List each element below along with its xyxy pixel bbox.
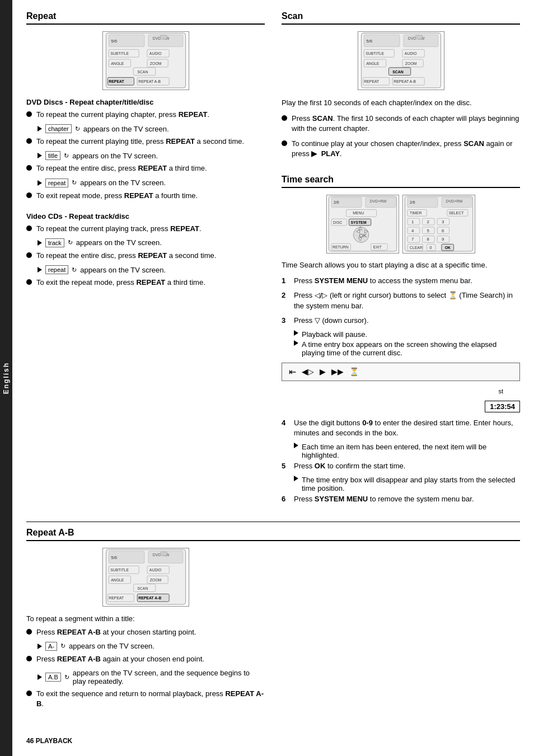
svg-text:▽: ▽ <box>358 236 362 242</box>
chapter-icon-box: chapter <box>45 124 72 133</box>
svg-text:TIMER: TIMER <box>410 211 421 215</box>
refresh-icon: ↻ <box>64 152 69 159</box>
icon-arrow-row: chapter ↻ appears on the TV screen. <box>38 124 265 133</box>
time-search-remotes: 2/6 DVD+RW MENU DISC SYSTEM <box>282 195 520 253</box>
repeat-ab-title: Repeat A-B <box>26 528 520 541</box>
repeat-ab-content: 5/6 DVD+RW SUBTITLE AUDIO ANGLE ZOOM <box>26 548 520 714</box>
refresh-icon: ↻ <box>60 642 65 650</box>
repeat-title: Repeat <box>26 11 265 25</box>
vcd-repeat-subsection: Video CDs - Repeat track/disc To repeat … <box>26 212 265 288</box>
title-icon-box: title <box>45 151 60 160</box>
svg-text:SCAN: SCAN <box>392 70 403 74</box>
step-1: 1 Press SYSTEM MENU to access the system… <box>282 276 520 286</box>
repeat2-icon-box: repeat <box>45 265 68 274</box>
clock-search-icon: ⏳ <box>349 367 359 376</box>
dvd-repeat-subsection: DVD Discs - Repeat chapter/title/disc To… <box>26 98 265 201</box>
svg-text:AUDIO: AUDIO <box>149 568 161 572</box>
time-search-remote-left: 2/6 DVD+RW MENU DISC SYSTEM <box>326 195 399 253</box>
svg-text:DVD+RW: DVD+RW <box>370 199 387 203</box>
repeat-remote-svg: 5/6 DVD+RW SUBTITLE AUDIO ANGLE <box>102 31 189 90</box>
svg-text:9: 9 <box>442 237 444 242</box>
repeat-section: Repeat 5/6 DVD+RW <box>26 11 265 509</box>
svg-text:RETURN: RETURN <box>332 245 349 249</box>
frame-back-icon: ◀▷ <box>302 367 314 376</box>
item-text: To continue play at your chosen chapter/… <box>292 139 520 159</box>
play-icon: ▶ <box>320 367 326 376</box>
step5-sub1: The time entry box will disappear and pl… <box>294 476 520 492</box>
step3-sub1: Playback will pause. <box>294 330 520 339</box>
icon-arrow-row: repeat ↻ appears on the TV screen. <box>38 179 265 187</box>
step-3: 3 Press ▽ (down cursor). <box>282 316 520 326</box>
fast-forward-icon: ▶▶ <box>331 367 344 376</box>
bullet-icon <box>26 252 32 258</box>
bullet-icon <box>26 656 32 661</box>
svg-text:REPEAT: REPEAT <box>109 596 124 600</box>
time-entry-box: 1:23:54 <box>485 401 520 412</box>
time-search-steps: 1 Press SYSTEM MENU to access the system… <box>282 276 520 357</box>
svg-text:SCAN: SCAN <box>137 586 148 590</box>
step-2: 2 Press ◁/▷ (left or right cursor) butto… <box>282 290 520 311</box>
svg-text:3: 3 <box>442 219 444 224</box>
svg-text:REPEAT A-B: REPEAT A-B <box>394 79 416 83</box>
arrow-right-icon <box>38 674 42 680</box>
svg-text:SUBTITLE: SUBTITLE <box>110 568 129 572</box>
svg-text:AUDIO: AUDIO <box>149 51 161 55</box>
item-text: To repeat the current playing chapter, p… <box>36 110 209 120</box>
icon-arrow-row: A- ↻ appears on the TV screen. <box>38 642 265 651</box>
svg-text:ZOOM: ZOOM <box>405 62 416 65</box>
svg-text:SELECT: SELECT <box>449 211 464 215</box>
svg-text:8: 8 <box>427 237 429 242</box>
st-label: st <box>498 388 503 395</box>
svg-text:SUBTITLE: SUBTITLE <box>366 51 384 55</box>
svg-rect-25 <box>415 35 422 39</box>
refresh-icon: ↻ <box>68 239 73 246</box>
step-4: 4 Use the digit buttons 0-9 to enter the… <box>282 418 520 438</box>
bullet-icon <box>26 165 32 171</box>
arrow-right-icon <box>38 267 42 273</box>
svg-text:ANGLE: ANGLE <box>366 62 380 65</box>
svg-text:▷: ▷ <box>364 228 368 234</box>
refresh-icon: ↻ <box>75 125 80 133</box>
list-item: Press REPEAT A-B again at your chosen en… <box>26 654 265 664</box>
svg-text:0: 0 <box>429 245 432 250</box>
svg-text:5/6: 5/6 <box>111 555 118 560</box>
step4-sub1: Each time an item has been entered, the … <box>294 443 520 459</box>
repeat-remote-container: 5/6 DVD+RW SUBTITLE AUDIO ANGLE <box>26 31 265 90</box>
time-entry-row: 1:23:54 <box>282 401 520 412</box>
svg-text:REPEAT A-B: REPEAT A-B <box>138 596 161 600</box>
step-6: 6 Press SYSTEM MENU to remove the system… <box>282 494 520 504</box>
svg-text:7: 7 <box>411 237 414 242</box>
bullet-icon <box>26 629 32 635</box>
arrow-right-icon <box>38 153 42 158</box>
refresh-icon: ↻ <box>72 179 77 186</box>
side-tab-label: English <box>2 362 10 394</box>
dvd-repeat-list: To repeat the current playing chapter, p… <box>26 110 265 201</box>
ab-icon-box: A.B <box>45 673 61 682</box>
repeat-ab-remote-container: 5/6 DVD+RW SUBTITLE AUDIO ANGLE ZOOM <box>26 548 265 607</box>
list-item: To continue play at your chosen chapter/… <box>282 139 520 159</box>
bullet-icon <box>26 138 32 144</box>
svg-text:6: 6 <box>442 228 444 233</box>
svg-rect-5 <box>160 35 167 39</box>
main-content: Repeat 5/6 DVD+RW <box>12 0 534 756</box>
bullet-icon <box>26 226 32 231</box>
dvd-repeat-subtitle: DVD Discs - Repeat chapter/title/disc <box>26 98 265 106</box>
item-text: To exit repeat mode, press REPEAT a four… <box>36 191 198 201</box>
svg-text:5: 5 <box>427 228 429 233</box>
time-search-steps-cont: 4 Use the digit buttons 0-9 to enter the… <box>282 418 520 505</box>
arrow-right-icon <box>294 330 298 336</box>
item-text: To exit the repeat mode, press REPEAT a … <box>36 278 205 288</box>
svg-text:2/6: 2/6 <box>410 200 415 204</box>
icon-arrow-row: A.B ↻ appears on the TV screen, and the … <box>38 669 265 685</box>
arrow-right-icon <box>38 126 42 132</box>
scan-title: Scan <box>282 11 520 25</box>
list-item: To exit repeat mode, press REPEAT a four… <box>26 191 265 201</box>
scan-list: Press SCAN. The first 10 seconds of each… <box>282 114 520 159</box>
item-text: To repeat the current playing title, pre… <box>36 137 244 147</box>
track-icon-box: track <box>45 238 64 247</box>
svg-text:REPEAT: REPEAT <box>109 79 124 83</box>
item-text: To repeat the current playing track, pre… <box>36 224 202 234</box>
svg-text:5/6: 5/6 <box>366 39 373 44</box>
scan-intro: Play the first 10 seconds of each chapte… <box>282 98 520 108</box>
repeat-ab-list: Press REPEAT A-B at your chosen starting… <box>26 627 265 710</box>
